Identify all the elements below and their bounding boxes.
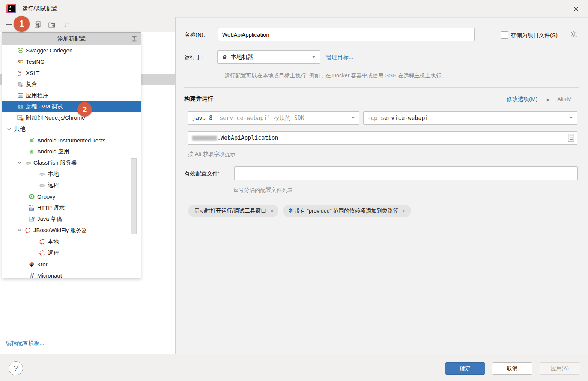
chevron-down-icon[interactable] xyxy=(17,160,23,166)
list-item[interactable]: Ktor xyxy=(2,258,141,270)
list-item[interactable]: 本地 xyxy=(2,236,141,247)
panel-divider xyxy=(175,17,176,354)
list-item-label: Groovy xyxy=(37,194,55,200)
list-item[interactable]: GGroovy xyxy=(2,191,141,202)
chevron-down-icon xyxy=(350,116,356,121)
list-item[interactable]: Swagger Codegen xyxy=(2,45,141,56)
list-item[interactable]: 本地 xyxy=(2,168,141,180)
chips-row: 启动时打开运行/调试工具窗口×将带有 "provided" 范围的依赖项添加到类… xyxy=(188,205,411,217)
svg-text:G: G xyxy=(30,195,33,199)
micronaut-icon xyxy=(29,272,35,278)
svg-text:z: z xyxy=(67,25,69,28)
jdk-select[interactable]: java 8 'service-webapi' 模块的 SDK xyxy=(188,111,359,125)
active-profiles-input[interactable] xyxy=(234,166,578,180)
new-folder-icon[interactable] xyxy=(48,21,56,28)
run-target-value: 本地机器 xyxy=(231,54,253,61)
list-item[interactable]: JS附加到 Node.js/Chrome xyxy=(2,112,141,123)
jdk-value: java 8 xyxy=(192,115,212,122)
list-item[interactable]: Micronaut xyxy=(2,270,141,278)
android-icon xyxy=(29,148,35,155)
xslt-icon: XSLT xyxy=(17,70,24,76)
main-class-value: .WebApiApplication xyxy=(217,135,278,141)
chevron-down-icon xyxy=(311,54,316,60)
list-item[interactable]: 远程 JVM 调试 xyxy=(2,101,141,112)
list-item[interactable]: 应用程序 xyxy=(2,90,141,101)
glassfish-icon xyxy=(39,182,45,189)
config-list: Swagger CodegenNGTestNGXSLTXSLT复合应用程序远程 … xyxy=(2,45,141,278)
collapse-all-icon[interactable] xyxy=(131,35,138,42)
sort-alphabetically-icon: az xyxy=(63,21,71,28)
list-item-label: Java 草稿 xyxy=(37,216,62,223)
chip-close-icon[interactable]: × xyxy=(271,208,274,214)
android-test-icon xyxy=(29,137,35,144)
annotation-badge-2: 2 xyxy=(77,102,92,117)
cancel-button[interactable]: 取消 xyxy=(492,362,532,375)
run-on-label: 运行于: xyxy=(184,54,203,61)
list-item-label: 附加到 Node.js/Chrome xyxy=(26,114,85,122)
help-button[interactable]: ? xyxy=(9,361,23,375)
list-item[interactable]: 远程 xyxy=(2,180,141,191)
list-item-label: 远程 xyxy=(48,182,59,189)
list-item-label: Android 应用 xyxy=(37,148,69,155)
option-chip-label: 将带有 "provided" 范围的依赖项添加到类路径 xyxy=(289,207,398,214)
list-item-label: JBoss/WildFly 服务器 xyxy=(33,227,87,234)
list-item[interactable]: GlassFish 服务器 xyxy=(2,157,141,168)
redacted-package-text xyxy=(192,136,217,141)
chevron-down-icon xyxy=(545,98,550,103)
testng-icon: NG xyxy=(17,58,24,65)
chevron-down-icon[interactable] xyxy=(17,227,23,233)
modify-options-link[interactable]: 修改选项(M) xyxy=(507,96,538,103)
ok-button[interactable]: 确定 xyxy=(445,362,485,375)
name-input[interactable] xyxy=(218,28,475,41)
cp-flag: -cp xyxy=(367,115,377,122)
svg-text:G: G xyxy=(20,60,23,64)
list-item[interactable]: Android 应用 xyxy=(2,146,141,157)
svg-text:API: API xyxy=(30,208,33,210)
list-item-label: TestNG xyxy=(26,58,45,65)
run-target-select[interactable]: 本地机器 xyxy=(217,50,320,64)
section-divider xyxy=(184,87,579,88)
classpath-module-select[interactable]: -cp service-webapi xyxy=(363,111,577,125)
list-item-label: 其他 xyxy=(14,126,26,133)
popup-title: 添加新配置 xyxy=(57,35,86,42)
glassfish-icon xyxy=(39,171,45,177)
add-configuration-icon[interactable] xyxy=(5,21,13,28)
remote-jvm-icon xyxy=(17,104,24,110)
main-class-field[interactable]: .WebApiApplication xyxy=(188,131,577,145)
list-item[interactable]: Android Instrumented Tests xyxy=(2,135,141,146)
java-scratch-icon xyxy=(29,216,35,222)
groovy-icon: G xyxy=(29,194,35,200)
svg-text:JS: JS xyxy=(21,118,23,121)
close-icon[interactable] xyxy=(569,3,583,15)
list-item-label: 远程 xyxy=(48,249,59,256)
list-item-label: HTTP 请求 xyxy=(37,204,65,212)
http-icon: API xyxy=(29,205,35,211)
jboss-icon xyxy=(25,227,31,234)
list-item[interactable]: 远程 xyxy=(2,247,141,258)
annotation-badge-1: 1 xyxy=(14,16,30,32)
store-as-project-file-checkbox[interactable] xyxy=(501,32,508,39)
edit-configuration-templates-link[interactable]: 编辑配置模板... xyxy=(6,340,44,347)
gear-icon[interactable] xyxy=(570,31,577,38)
node-attach-icon: JS xyxy=(17,115,24,121)
manage-targets-link[interactable]: 管理目标... xyxy=(326,54,353,61)
option-chip-label: 启动时打开运行/调试工具窗口 xyxy=(194,207,266,214)
cp-module-value: service-webapi xyxy=(381,115,428,122)
jboss-icon xyxy=(39,250,45,256)
chevron-down-icon[interactable] xyxy=(6,126,12,132)
jdk-detail: 'service-webapi' 模块的 SDK xyxy=(216,115,304,122)
list-item[interactable]: XSLTXSLT xyxy=(2,67,141,78)
list-item[interactable]: JBoss/WildFly 服务器 xyxy=(2,225,141,236)
list-item[interactable]: 复合 xyxy=(2,78,141,90)
glassfish-icon xyxy=(25,160,31,166)
list-item[interactable]: APIHTTP 请求 xyxy=(2,202,141,213)
scrollbar-thumb[interactable] xyxy=(131,158,137,234)
chip-close-icon[interactable]: × xyxy=(403,208,406,214)
popup-header: 添加新配置 xyxy=(2,33,141,45)
list-item[interactable]: NGTestNG xyxy=(2,56,141,67)
browse-icon[interactable] xyxy=(568,134,574,142)
run-target-hint: 运行配置可以在本地或目标上执行: 例如，在 Docker 容器中或使用 SSH … xyxy=(224,72,447,79)
list-item[interactable]: Java 草稿 xyxy=(2,213,141,225)
list-item[interactable]: 其他 xyxy=(2,123,141,135)
copy-configuration-icon[interactable] xyxy=(34,21,41,28)
